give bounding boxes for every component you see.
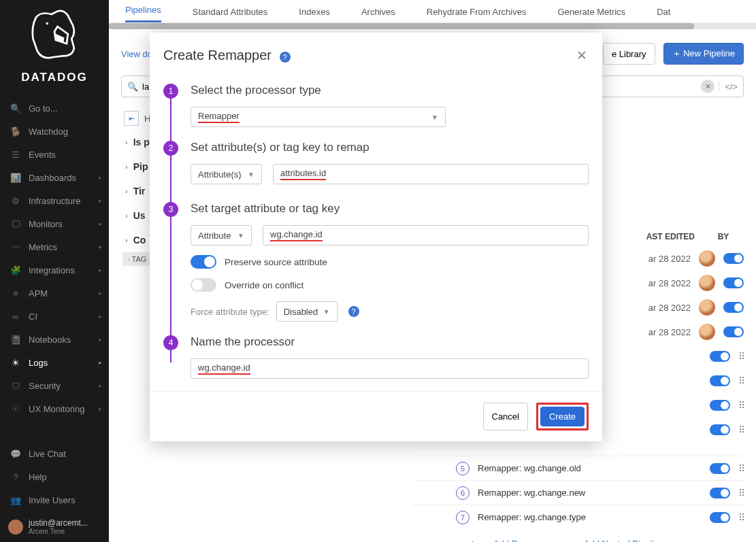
cancel-button[interactable]: Cancel <box>483 403 528 430</box>
nav-events[interactable]: ☰Events <box>0 143 109 166</box>
chevron-right-icon: ▸ <box>99 405 102 412</box>
processor-row[interactable]: 6 Remapper: wg.change.new ⠿ <box>412 480 744 505</box>
preserve-source-toggle[interactable] <box>191 255 216 269</box>
sidebar: DATADOG 🔍Go to... 🐕Watchdog ☰Events 📊Das… <box>0 0 109 542</box>
preserve-source-label: Preserve source attribute <box>225 257 327 267</box>
target-attribute-input[interactable]: wg.change.id <box>263 225 589 245</box>
tab-indexes[interactable]: Indexes <box>299 7 330 22</box>
processor-row[interactable]: 5 Remapper: wg.change.old ⠿ <box>412 456 744 480</box>
nav-ci[interactable]: ∞CI▸ <box>0 305 109 328</box>
step-number: 5 <box>456 462 470 475</box>
tab-archives[interactable]: Archives <box>361 7 395 22</box>
tab-pipelines[interactable]: Pipelines <box>125 5 161 22</box>
help-icon[interactable]: ? <box>348 306 359 317</box>
new-pipeline-button[interactable]: ＋ New Pipeline <box>663 43 744 65</box>
nav-monitors[interactable]: 🖵Monitors▸ <box>0 212 109 235</box>
chevron-right-icon: ▸ <box>99 174 102 181</box>
caret-down-icon: ▼ <box>237 232 244 239</box>
tab-rehydrate[interactable]: Rehydrate From Archives <box>427 7 527 22</box>
nav-notebooks[interactable]: 📓Notebooks▸ <box>0 328 109 351</box>
table-row: ⠿ <box>594 369 744 393</box>
chevron-right-icon: › <box>125 211 128 220</box>
chevron-right-icon: ▸ <box>99 313 102 320</box>
toggle-switch[interactable] <box>723 253 744 264</box>
nav-integrations[interactable]: 🧩Integrations▸ <box>0 258 109 282</box>
or-text: or <box>563 539 572 543</box>
drag-handle-icon[interactable]: ⠿ <box>738 424 744 435</box>
processor-type-select[interactable]: Remapper ▼ <box>191 107 446 127</box>
step-2-title: Set attribute(s) or tag key to remap <box>191 141 589 154</box>
source-type-select[interactable]: Attribute(s)▼ <box>191 164 262 184</box>
tab-generate-metrics[interactable]: Generate Metrics <box>557 7 625 22</box>
nav-security[interactable]: 🛡Security▸ <box>0 374 109 397</box>
nav-help[interactable]: ?Help <box>0 465 109 488</box>
nav-logs[interactable]: ☀Logs▸ <box>0 351 109 374</box>
create-button[interactable]: Create <box>540 407 585 426</box>
avatar <box>8 520 23 535</box>
drag-handle-icon[interactable]: ⠿ <box>738 488 744 498</box>
source-attribute-input[interactable]: attributes.id <box>273 164 589 184</box>
nav-invite[interactable]: 👥Invite Users <box>0 488 109 511</box>
toggle-switch[interactable] <box>710 488 730 498</box>
chat-icon: 💬 <box>10 449 22 459</box>
browse-library-button[interactable]: e Library <box>603 43 655 65</box>
clear-search-icon[interactable]: ✕ <box>701 80 714 93</box>
toggle-switch[interactable] <box>723 326 744 337</box>
force-type-select[interactable]: Disabled▼ <box>276 301 338 322</box>
nav-infrastructure[interactable]: ⚙Infrastructure▸ <box>0 189 109 212</box>
close-icon[interactable]: ✕ <box>576 48 587 63</box>
drag-handle-icon[interactable]: ⠿ <box>738 463 744 474</box>
toggle-switch[interactable] <box>710 400 730 411</box>
processor-row[interactable]: 7 Remapper: wg.change.type ⠿ <box>412 505 744 529</box>
step-number: 1 <box>163 84 178 99</box>
caret-down-icon: ▼ <box>431 114 438 121</box>
tab-standard-attributes[interactable]: Standard Attributes <box>193 7 268 22</box>
toggle-switch[interactable] <box>723 277 744 288</box>
ci-icon: ∞ <box>10 311 22 322</box>
datadog-logo-icon <box>24 7 85 65</box>
tab-scrollbar[interactable] <box>109 23 756 29</box>
toggle-switch[interactable] <box>710 351 730 362</box>
ux-icon: ☉ <box>10 404 22 414</box>
toggle-switch[interactable] <box>710 463 730 474</box>
help-icon: ? <box>10 472 22 482</box>
add-nested-link[interactable]: Add Nested Pipeline <box>584 539 664 543</box>
toggle-switch[interactable] <box>710 512 730 523</box>
nodes-icon: ⚙ <box>10 196 22 206</box>
nav-dashboards[interactable]: 📊Dashboards▸ <box>0 166 109 189</box>
brand-text: DATADOG <box>0 71 109 84</box>
processor-name-input[interactable]: wg.change.id <box>191 358 589 379</box>
collapse-icon[interactable]: ⇤ <box>124 111 139 126</box>
target-type-select[interactable]: Attribute▼ <box>191 225 252 245</box>
drag-handle-icon[interactable]: ⠿ <box>738 400 744 411</box>
nav-goto[interactable]: 🔍Go to... <box>0 97 109 120</box>
override-conflict-toggle[interactable] <box>191 278 216 292</box>
force-type-label: Force attribute type: <box>191 307 269 317</box>
book-icon: 📓 <box>10 335 22 345</box>
step-4-title: Name the processor <box>191 335 589 349</box>
tab-data[interactable]: Dat <box>657 7 670 22</box>
view-docs-link[interactable]: View do <box>121 49 152 59</box>
chevron-right-icon: ▸ <box>99 290 102 297</box>
toggle-switch[interactable] <box>710 375 730 386</box>
drag-handle-icon[interactable]: ⠿ <box>738 351 744 362</box>
toggle-switch[interactable] <box>710 424 730 435</box>
nav-apm[interactable]: ≡APM▸ <box>0 282 109 305</box>
user-menu[interactable]: justin@arcemt... Arcem Tene <box>0 511 109 542</box>
drag-handle-icon[interactable]: ⠿ <box>738 375 744 386</box>
override-conflict-label: Override on conflict <box>225 280 303 290</box>
nav-metrics[interactable]: 〰Metrics▸ <box>0 235 109 258</box>
svg-point-0 <box>46 22 48 25</box>
list-icon: ☰ <box>10 150 22 160</box>
nav-ux[interactable]: ☉UX Monitoring▸ <box>0 397 109 420</box>
help-icon[interactable]: ? <box>280 52 291 63</box>
chevron-right-icon: ▸ <box>99 243 102 250</box>
toggle-switch[interactable] <box>723 302 744 313</box>
tag-chip[interactable]: › TAG <box>122 252 152 266</box>
code-toggle-icon[interactable]: </> <box>719 82 738 92</box>
chevron-right-icon: › <box>125 138 128 146</box>
nav-livechat[interactable]: 💬Live Chat <box>0 442 109 465</box>
drag-handle-icon[interactable]: ⠿ <box>738 512 744 523</box>
add-processor-link[interactable]: Add Processor <box>493 539 551 543</box>
nav-watchdog[interactable]: 🐕Watchdog <box>0 120 109 143</box>
